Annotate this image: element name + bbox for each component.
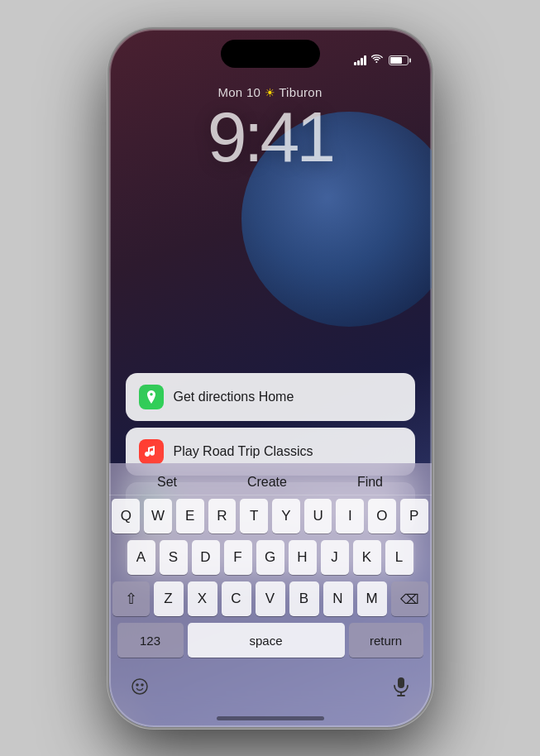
key-i[interactable]: I bbox=[336, 499, 364, 534]
dynamic-island bbox=[221, 40, 320, 68]
key-m[interactable]: M bbox=[357, 581, 387, 616]
music-icon bbox=[139, 439, 164, 464]
key-row-1: Q W E R T Y U I O P bbox=[112, 499, 428, 534]
svg-point-2 bbox=[141, 684, 143, 686]
predictive-text-row: Set Create Find bbox=[109, 468, 432, 495]
svg-rect-3 bbox=[398, 677, 404, 688]
key-t[interactable]: T bbox=[240, 499, 268, 534]
microphone-button[interactable] bbox=[384, 669, 418, 704]
key-row-3: ⇧ Z X C V B N M ⌫ bbox=[112, 581, 428, 616]
key-g[interactable]: G bbox=[256, 540, 284, 575]
maps-icon bbox=[139, 385, 164, 409]
wifi-icon bbox=[371, 55, 384, 67]
key-j[interactable]: J bbox=[321, 540, 349, 575]
battery-fill bbox=[390, 57, 402, 64]
suggestion-item-directions[interactable]: Get directions Home bbox=[126, 373, 415, 421]
predictive-word-set[interactable]: Set bbox=[149, 473, 185, 491]
key-d[interactable]: D bbox=[192, 540, 220, 575]
key-row-4: 123 space return bbox=[112, 623, 428, 658]
backspace-key[interactable]: ⌫ bbox=[391, 581, 428, 616]
svg-point-0 bbox=[132, 679, 147, 694]
home-indicator bbox=[217, 716, 324, 720]
key-b[interactable]: B bbox=[289, 581, 319, 616]
signal-icon bbox=[354, 55, 366, 65]
key-a[interactable]: A bbox=[127, 540, 155, 575]
status-right-icons bbox=[354, 55, 409, 67]
key-v[interactable]: V bbox=[256, 581, 285, 616]
emoji-button[interactable] bbox=[122, 669, 157, 704]
key-y[interactable]: Y bbox=[272, 499, 300, 534]
battery-icon bbox=[389, 55, 409, 65]
key-w[interactable]: W bbox=[144, 499, 172, 534]
key-l[interactable]: L bbox=[385, 540, 413, 575]
keyboard-area: Set Create Find Q W E R T Y U I O P A S bbox=[109, 463, 432, 727]
shift-key[interactable]: ⇧ bbox=[112, 581, 150, 616]
key-u[interactable]: U bbox=[304, 499, 332, 534]
space-key[interactable]: space bbox=[188, 623, 345, 658]
key-r[interactable]: R bbox=[208, 499, 237, 534]
key-e[interactable]: E bbox=[176, 499, 204, 534]
key-s[interactable]: S bbox=[160, 540, 188, 575]
return-key[interactable]: return bbox=[349, 623, 423, 658]
key-o[interactable]: O bbox=[368, 499, 396, 534]
key-x[interactable]: X bbox=[188, 581, 217, 616]
suggestion-text-music: Play Road Trip Classics bbox=[174, 444, 313, 459]
clock-display: 9:41 bbox=[109, 101, 432, 172]
phone-frame: Mon 10 ☀ Tiburon 9:41 Get directions Hom… bbox=[109, 29, 432, 727]
numbers-key[interactable]: 123 bbox=[117, 623, 184, 658]
key-q[interactable]: Q bbox=[112, 499, 140, 534]
key-h[interactable]: H bbox=[289, 540, 317, 575]
key-c[interactable]: C bbox=[222, 581, 251, 616]
keyboard-rows: Q W E R T Y U I O P A S D F G H J K bbox=[109, 495, 432, 666]
key-k[interactable]: K bbox=[353, 540, 381, 575]
lock-screen-info: Mon 10 ☀ Tiburon 9:41 bbox=[109, 85, 432, 172]
key-z[interactable]: Z bbox=[154, 581, 184, 616]
key-p[interactable]: P bbox=[400, 499, 428, 534]
predictive-word-create[interactable]: Create bbox=[239, 473, 295, 491]
suggestion-text-directions: Get directions Home bbox=[174, 390, 294, 404]
key-row-2: A S D F G H J K L bbox=[112, 540, 428, 575]
key-f[interactable]: F bbox=[224, 540, 252, 575]
predictive-word-find[interactable]: Find bbox=[349, 473, 391, 491]
svg-point-1 bbox=[136, 684, 138, 686]
key-n[interactable]: N bbox=[323, 581, 353, 616]
